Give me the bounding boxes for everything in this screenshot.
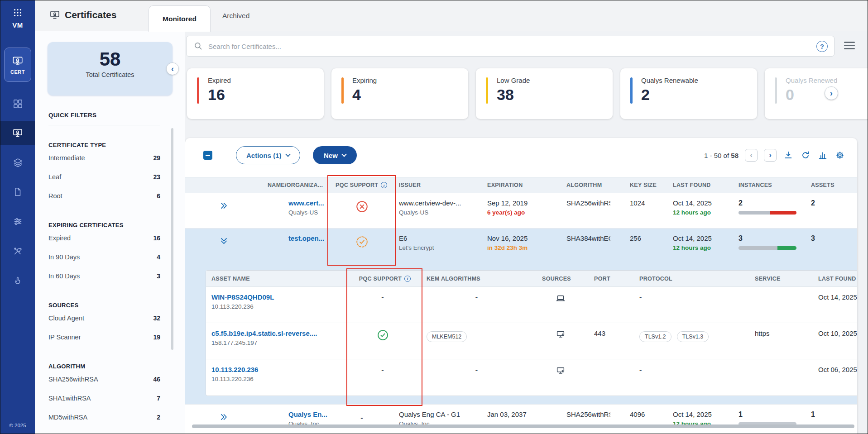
column-header-expiration[interactable]: EXPIRATION bbox=[482, 182, 561, 188]
column-header-instances[interactable]: INSTANCES bbox=[733, 182, 806, 188]
last-found-cell: Oct 10, 2025 bbox=[813, 323, 857, 359]
column-header-name[interactable]: NAME/ORGANIZA... bbox=[262, 182, 330, 188]
asset-name-link[interactable]: 10.113.220.236 bbox=[211, 366, 344, 373]
sidebar-item-dashboard[interactable] bbox=[0, 92, 35, 115]
sidebar-item-configuration[interactable] bbox=[0, 210, 35, 233]
filter-cloud-agent[interactable]: Cloud Agent 32 bbox=[48, 309, 160, 328]
table-toolbar: Actions (1) New 1 - 50 of 58 ‹ › bbox=[185, 146, 857, 165]
filter-sha1withrsa[interactable]: SHA1withRSA 7 bbox=[48, 389, 160, 408]
certificate-name-link[interactable]: www.cert... bbox=[288, 199, 325, 207]
actions-button[interactable]: Actions (1) bbox=[236, 146, 300, 164]
certificate-row[interactable]: Qualys En... Qualys, Inc. - Qualys Eng C… bbox=[185, 404, 857, 434]
sidebar-item-reports[interactable] bbox=[0, 180, 35, 204]
stat-cards-row: Expired 16 Expiring 4 Low Grade 38 Qualy… bbox=[187, 68, 868, 119]
column-header-service[interactable]: SERVICE bbox=[749, 276, 813, 282]
horizontal-scrollbar[interactable] bbox=[192, 424, 854, 428]
column-header-algorithm[interactable]: ALGORITHM bbox=[561, 182, 624, 188]
sidebar-item-tools[interactable] bbox=[0, 239, 35, 263]
filter-root[interactable]: Root 6 bbox=[48, 186, 160, 205]
column-header-sources[interactable]: SOURCES bbox=[537, 276, 589, 282]
certificate-row-expanded[interactable]: test.open... E6 Let's Encrypt Nov 16, 20… bbox=[185, 229, 857, 263]
column-header-assets[interactable]: ASSETS bbox=[806, 182, 857, 188]
search-input[interactable] bbox=[208, 43, 827, 50]
refresh-icon[interactable] bbox=[800, 150, 811, 161]
stat-card-expired[interactable]: Expired 16 bbox=[187, 68, 324, 119]
expand-row-icon[interactable] bbox=[185, 405, 262, 434]
previous-page-button[interactable]: ‹ bbox=[745, 149, 758, 162]
expand-row-icon[interactable] bbox=[185, 193, 262, 228]
instance-row[interactable]: WIN-P8S24QHD09L 10.113.220.236 - - - Oct… bbox=[206, 287, 857, 323]
protocol-dash: - bbox=[639, 293, 642, 301]
port-cell: 443 bbox=[589, 323, 634, 359]
column-header-kem-algorithms[interactable]: KEM ALGORITHMS bbox=[421, 276, 537, 282]
filter-expired[interactable]: Expired 16 bbox=[48, 229, 160, 248]
column-header-asset-name[interactable]: ASSET NAME bbox=[206, 276, 349, 282]
kem-dash: - bbox=[475, 366, 478, 373]
select-all-checkbox[interactable] bbox=[203, 151, 212, 160]
settings-gear-icon[interactable] bbox=[834, 150, 845, 161]
tab-monitored[interactable]: Monitored bbox=[149, 5, 211, 32]
filter-in-90-days[interactable]: In 90 Days 4 bbox=[48, 248, 160, 267]
help-button[interactable]: ? bbox=[816, 41, 828, 52]
pagination-label: 1 - 50 of 58 bbox=[704, 152, 739, 159]
filter-count: 3 bbox=[157, 272, 160, 280]
asset-name-link[interactable]: WIN-P8S24QHD09L bbox=[211, 293, 344, 301]
next-cards-button[interactable]: › bbox=[825, 86, 838, 100]
filters-panel: 58 Total Certificates ‹ QUICK FILTERS CE… bbox=[35, 31, 185, 434]
sidebar-item-certificates[interactable] bbox=[0, 121, 35, 145]
stat-card-low-grade[interactable]: Low Grade 38 bbox=[476, 68, 613, 119]
stat-value: 16 bbox=[208, 86, 324, 104]
filter-leaf[interactable]: Leaf 23 bbox=[48, 167, 160, 186]
collapse-row-icon[interactable] bbox=[185, 229, 262, 263]
certificate-name-link[interactable]: test.open... bbox=[288, 234, 325, 242]
stat-card-qualys-renewable[interactable]: Qualys Renewable 2 bbox=[620, 68, 757, 119]
filter-ip-scanner[interactable]: IP Scanner 19 bbox=[48, 328, 160, 347]
collapse-panel-button[interactable]: ‹ bbox=[166, 62, 179, 75]
column-header-last-found[interactable]: LAST FOUND bbox=[813, 276, 857, 282]
stat-card-expiring[interactable]: Expiring 4 bbox=[331, 68, 468, 119]
filter-sha256withecdsa[interactable]: SHA256withECDSA 1 bbox=[48, 427, 160, 434]
column-header-last-found[interactable]: LAST FOUND bbox=[667, 182, 733, 188]
column-header-issuer[interactable]: ISSUER bbox=[393, 182, 482, 188]
column-header-port[interactable]: PORT bbox=[589, 276, 634, 282]
sidebar-item-touch[interactable] bbox=[0, 269, 35, 292]
apps-grid-icon[interactable] bbox=[0, 8, 35, 18]
filter-sha256withrsa[interactable]: SHA256withRSA 46 bbox=[48, 370, 160, 389]
info-icon[interactable]: i bbox=[381, 182, 387, 188]
stat-color-bar bbox=[197, 77, 199, 104]
tab-archived[interactable]: Archived bbox=[216, 0, 256, 31]
expanded-instances-panel: ASSET NAME PQC SUPPORTi KEM ALGORITHMS S… bbox=[185, 263, 857, 404]
column-header-key-size[interactable]: KEY SIZE bbox=[624, 182, 667, 188]
filter-md5withrsa[interactable]: MD5withRSA 2 bbox=[48, 408, 160, 427]
last-found-note: 12 hours ago bbox=[673, 209, 728, 216]
asset-ip: 158.177.245.197 bbox=[211, 339, 344, 346]
filter-count: 19 bbox=[153, 334, 160, 341]
info-icon[interactable]: i bbox=[404, 276, 411, 282]
column-header-pqc-support[interactable]: PQC SUPPORTi bbox=[330, 182, 393, 188]
asset-name-link[interactable]: c5.f5.b19e.ip4.static.sl-reverse.... bbox=[211, 329, 344, 337]
chart-icon[interactable] bbox=[817, 150, 828, 161]
instance-row[interactable]: c5.f5.b19e.ip4.static.sl-reverse.... 158… bbox=[206, 323, 857, 359]
stat-card-qualys-renewed[interactable]: Qualys Renewed 0 bbox=[765, 68, 868, 119]
total-certificates-card[interactable]: 58 Total Certificates bbox=[48, 42, 173, 95]
cert-module-label: CERT bbox=[10, 69, 25, 75]
filter-in-60-days[interactable]: In 60 Days 3 bbox=[48, 267, 160, 286]
column-header-protocol[interactable]: PROTOCOL bbox=[634, 276, 749, 282]
pqc-dash: - bbox=[381, 293, 384, 301]
pqc-not-supported-icon bbox=[330, 193, 393, 228]
cert-module-button[interactable]: CERT bbox=[4, 48, 31, 82]
download-icon[interactable] bbox=[783, 150, 794, 161]
filter-intermediate[interactable]: Intermediate 29 bbox=[48, 148, 160, 167]
pqc-supported-icon bbox=[349, 323, 421, 359]
instance-row[interactable]: 10.113.220.236 10.113.220.236 - - - Oct … bbox=[206, 359, 857, 396]
certificate-name-link[interactable]: Qualys En... bbox=[288, 410, 325, 418]
certificate-row[interactable]: www.cert... Qualys-US www.certview-dev-.… bbox=[185, 193, 857, 229]
sidebar-item-assets[interactable] bbox=[0, 151, 35, 174]
next-page-button[interactable]: › bbox=[764, 149, 777, 162]
column-header-pqc-support[interactable]: PQC SUPPORTi bbox=[349, 276, 421, 282]
source-cell bbox=[537, 287, 589, 323]
new-button[interactable]: New bbox=[313, 146, 357, 164]
filter-label: Cloud Agent bbox=[48, 315, 84, 322]
menu-icon[interactable] bbox=[844, 42, 855, 49]
panel-scrollbar[interactable] bbox=[171, 128, 173, 350]
